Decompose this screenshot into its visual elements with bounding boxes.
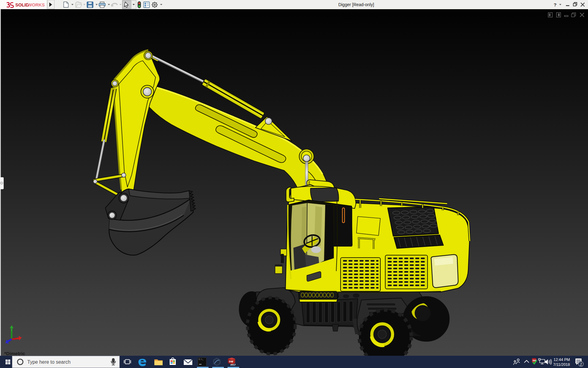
svg-text:C:\_: C:\_ bbox=[199, 358, 204, 361]
svg-text:Digger [Read-only]: Digger [Read-only] bbox=[338, 2, 374, 7]
svg-text:*Dimetric: *Dimetric bbox=[4, 351, 25, 356]
svg-text:12:44 PM: 12:44 PM bbox=[553, 358, 570, 362]
svg-text:SOLID: SOLID bbox=[15, 2, 29, 7]
svg-text:Type here to search: Type here to search bbox=[27, 359, 70, 365]
svg-text:2: 2 bbox=[580, 362, 582, 366]
svg-text:?: ? bbox=[554, 2, 556, 7]
svg-text:WORKS: WORKS bbox=[28, 2, 45, 7]
svg-text:2017: 2017 bbox=[230, 363, 236, 366]
svg-text:SW: SW bbox=[229, 360, 233, 363]
svg-text:7/11/2018: 7/11/2018 bbox=[553, 362, 570, 367]
